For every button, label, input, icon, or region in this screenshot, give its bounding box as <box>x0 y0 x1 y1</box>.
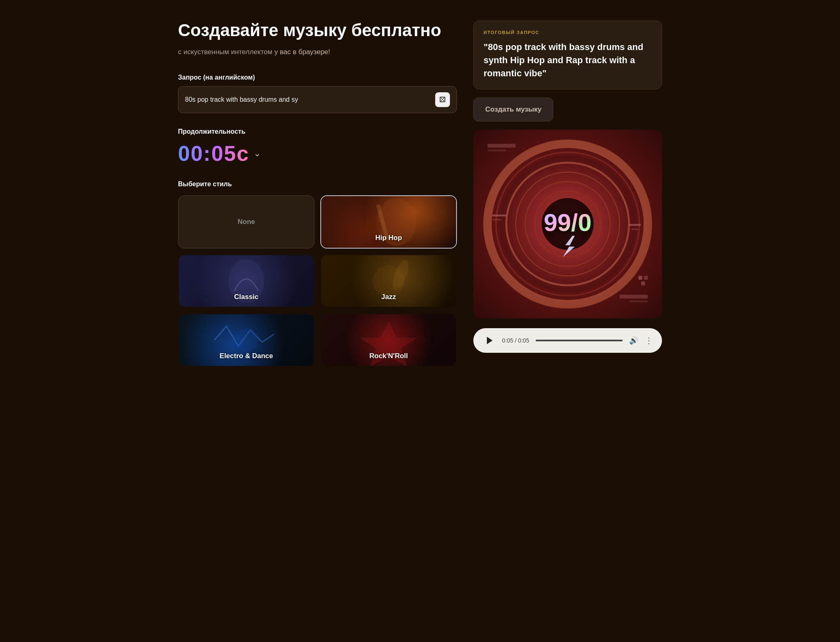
svg-rect-22 <box>492 219 502 220</box>
subtitle-prefix: с искуственным интеллектом <box>178 48 274 56</box>
style-label: Выберите стиль <box>178 180 457 188</box>
style-classic-label: Classic <box>179 289 314 307</box>
volume-icon[interactable]: 🔊 <box>629 336 638 345</box>
more-options-icon[interactable]: ⋮ <box>645 336 653 345</box>
svg-rect-30 <box>644 276 648 279</box>
svg-text:99/0: 99/0 <box>544 209 591 236</box>
result-prompt-box: ИТОГОВЫЙ ЗАПРОС "80s pop track with bass… <box>473 21 662 89</box>
play-button[interactable] <box>482 334 495 347</box>
svg-rect-24 <box>631 228 638 229</box>
style-jazz-label: Jazz <box>321 289 456 307</box>
result-prompt-label: ИТОГОВЫЙ ЗАПРОС <box>484 30 652 35</box>
style-card-electro[interactable]: Electro & Dance <box>178 313 315 367</box>
style-hiphop-label: Hip Hop <box>321 230 456 248</box>
progress-bar-fill <box>536 340 623 341</box>
audio-player: 0:05 / 0:05 🔊 ⋮ <box>473 328 662 353</box>
album-art-svg: 99/0 <box>473 130 662 318</box>
result-prompt-text: "80s pop track with bassy drums and synt… <box>484 41 652 80</box>
play-icon <box>487 337 493 344</box>
svg-rect-26 <box>488 149 507 151</box>
style-none-label: None <box>237 218 255 226</box>
svg-rect-31 <box>641 281 645 285</box>
svg-rect-29 <box>639 276 642 279</box>
duration-label: Продолжительность <box>178 128 457 135</box>
progress-bar[interactable] <box>536 340 623 341</box>
player-time: 0:05 / 0:05 <box>502 337 529 344</box>
right-column: ИТОГОВЫЙ ЗАПРОС "80s pop track with bass… <box>473 21 662 367</box>
page-title: Создавайте музыку бесплатно <box>178 21 457 40</box>
prompt-input[interactable] <box>185 96 431 103</box>
style-card-rocknroll[interactable]: Rock'N'Roll <box>320 313 457 367</box>
style-rocknroll-label: Rock'N'Roll <box>321 348 456 366</box>
prompt-input-container: ⚄ <box>178 86 457 113</box>
style-card-none[interactable]: None <box>178 195 315 249</box>
dice-icon: ⚄ <box>439 95 446 104</box>
svg-rect-27 <box>620 295 648 298</box>
prompt-label: Запрос (на английском) <box>178 74 457 81</box>
duration-value[interactable]: 00:05с <box>178 141 249 166</box>
album-art: 99/0 <box>473 130 662 318</box>
duration-chevron-icon[interactable]: ⌄ <box>253 148 261 159</box>
style-card-hiphop[interactable]: Hip Hop <box>320 195 457 249</box>
dice-button[interactable]: ⚄ <box>435 92 450 107</box>
subtitle-highlight: у вас в браузере! <box>274 48 330 56</box>
style-grid: None Hip Hop Classic <box>178 195 457 367</box>
subtitle: с искуственным интеллектом у вас в брауз… <box>178 47 457 57</box>
duration-picker: 00:05с ⌄ <box>178 141 457 166</box>
style-card-classic[interactable]: Classic <box>178 254 315 308</box>
create-music-button[interactable]: Создать музыку <box>473 98 553 121</box>
left-column: Создавайте музыку бесплатно с искуственн… <box>178 21 457 367</box>
svg-rect-21 <box>492 215 507 217</box>
svg-rect-28 <box>629 300 648 302</box>
svg-rect-23 <box>629 224 641 226</box>
style-electro-label: Electro & Dance <box>179 348 314 366</box>
svg-rect-25 <box>488 144 516 147</box>
style-card-jazz[interactable]: Jazz <box>320 254 457 308</box>
